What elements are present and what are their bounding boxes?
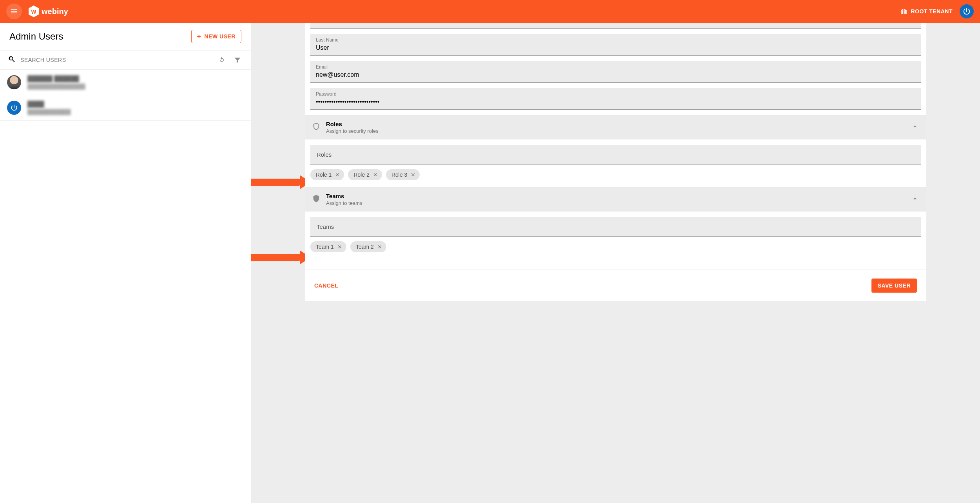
new-user-button[interactable]: + NEW USER xyxy=(191,30,241,43)
refresh-button[interactable] xyxy=(216,54,227,65)
chip-label: Role 2 xyxy=(353,172,369,178)
teams-section-title: Teams xyxy=(326,193,905,199)
brand-name: webiny xyxy=(42,7,68,16)
roles-selector-label: Roles xyxy=(317,151,331,158)
user-sub: ████████████ xyxy=(27,109,71,115)
refresh-icon xyxy=(218,56,226,64)
user-list: ██████ ██████ ████████████████ ████ ████… xyxy=(0,70,251,503)
chip-label: Team 1 xyxy=(316,244,334,250)
user-name: ██████ ██████ xyxy=(27,75,85,82)
tenant-selector[interactable]: ROOT TENANT xyxy=(900,8,953,15)
power-icon xyxy=(10,104,18,112)
role-chip: Role 1 xyxy=(310,169,344,180)
avatar xyxy=(7,101,21,115)
annotation-arrow xyxy=(251,254,302,261)
search-icon xyxy=(8,55,16,65)
shield-icon xyxy=(312,122,321,132)
brand-logo-badge: w xyxy=(28,5,39,18)
close-icon xyxy=(377,244,382,250)
close-icon xyxy=(335,172,340,177)
tenant-label: ROOT TENANT xyxy=(911,8,953,14)
chip-remove[interactable] xyxy=(377,244,382,250)
teams-selector[interactable]: Teams xyxy=(310,217,921,237)
close-icon xyxy=(337,244,342,250)
team-chip: Team 2 xyxy=(350,241,386,252)
teams-selector-label: Teams xyxy=(317,223,334,230)
svg-text:w: w xyxy=(31,8,36,15)
avatar xyxy=(7,75,21,89)
first-name-field[interactable]: New xyxy=(310,23,921,29)
roles-selector[interactable]: Roles xyxy=(310,145,921,165)
building-icon xyxy=(900,8,908,15)
shield-user-icon xyxy=(312,194,321,204)
user-form-card: New Last Name User Email new@user.com Pa… xyxy=(305,23,926,301)
filter-icon xyxy=(234,56,241,64)
chip-label: Role 3 xyxy=(391,172,407,178)
app-bar: w webiny ROOT TENANT xyxy=(0,0,980,23)
close-icon xyxy=(373,172,378,177)
teams-section-subtitle: Assign to teams xyxy=(326,200,905,206)
user-sub: ████████████████ xyxy=(27,83,85,89)
password-field[interactable]: Password ••••••••••••••••••••••••••••• xyxy=(310,88,921,110)
roles-section-header[interactable]: Roles Assign to security roles xyxy=(305,115,926,139)
hamburger-icon xyxy=(10,7,18,15)
plus-icon: + xyxy=(197,34,201,39)
list-item[interactable]: ████ ████████████ xyxy=(0,95,251,121)
new-user-button-label: NEW USER xyxy=(205,33,235,40)
chip-label: Team 2 xyxy=(356,244,374,250)
users-list-panel: Admin Users + NEW USER ██████ ██████ xyxy=(0,23,251,503)
power-icon xyxy=(962,7,971,16)
role-chips: Role 1 Role 2 Role 3 xyxy=(305,165,926,187)
team-chip: Team 1 xyxy=(310,241,346,252)
chip-remove[interactable] xyxy=(410,172,416,177)
cancel-button[interactable]: CANCEL xyxy=(314,282,338,289)
chevron-up-icon xyxy=(911,194,919,204)
chip-remove[interactable] xyxy=(335,172,340,177)
user-name: ████ xyxy=(27,101,71,107)
save-user-button[interactable]: SAVE USER xyxy=(871,279,917,293)
last-name-label: Last Name xyxy=(316,37,915,43)
brand-logo: w webiny xyxy=(28,5,68,18)
role-chip: Role 2 xyxy=(348,169,382,180)
last-name-field[interactable]: Last Name User xyxy=(310,34,921,56)
page-title: Admin Users xyxy=(9,31,63,42)
first-name-value: New xyxy=(316,23,915,24)
form-panel-container: New Last Name User Email new@user.com Pa… xyxy=(251,23,980,503)
roles-section-subtitle: Assign to security roles xyxy=(326,128,905,134)
teams-section-header[interactable]: Teams Assign to teams xyxy=(305,187,926,212)
list-item[interactable]: ██████ ██████ ████████████████ xyxy=(0,70,251,95)
email-value: new@user.com xyxy=(316,71,915,78)
annotation-arrow xyxy=(251,179,302,186)
search-input[interactable] xyxy=(20,57,212,63)
password-label: Password xyxy=(316,91,915,97)
password-value: ••••••••••••••••••••••••••••• xyxy=(316,98,915,105)
email-label: Email xyxy=(316,64,915,70)
close-icon xyxy=(410,172,416,177)
email-field[interactable]: Email new@user.com xyxy=(310,61,921,83)
role-chip: Role 3 xyxy=(386,169,420,180)
chip-label: Role 1 xyxy=(316,172,331,178)
chip-remove[interactable] xyxy=(373,172,378,177)
roles-section-title: Roles xyxy=(326,121,905,127)
menu-button[interactable] xyxy=(6,4,22,19)
chip-remove[interactable] xyxy=(337,244,342,250)
last-name-value: User xyxy=(316,44,915,51)
chevron-up-icon xyxy=(911,122,919,132)
filter-button[interactable] xyxy=(232,54,243,65)
account-avatar-button[interactable] xyxy=(960,4,974,18)
team-chips: Team 1 Team 2 xyxy=(305,237,926,259)
